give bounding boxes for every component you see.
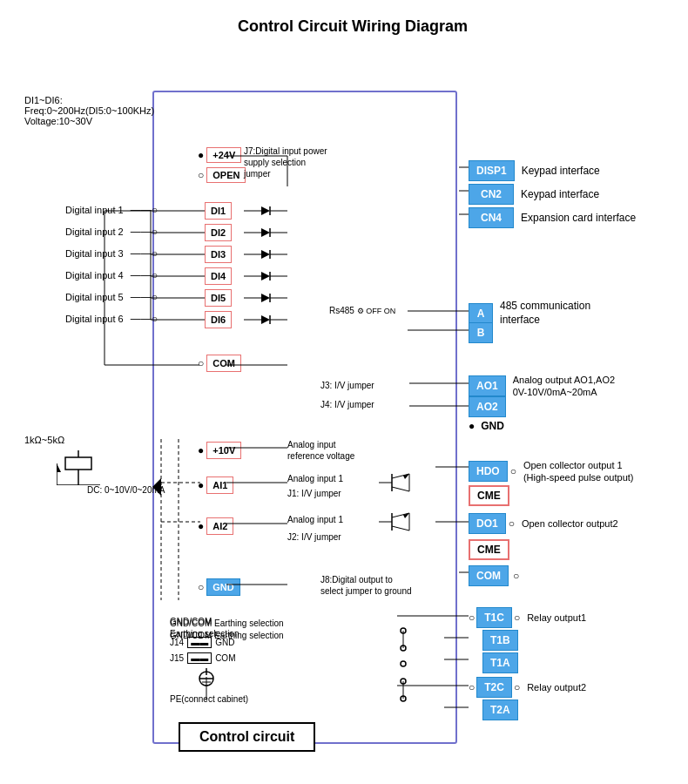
svg-marker-21 [261, 315, 270, 324]
svg-marker-39 [152, 478, 161, 496]
svg-marker-1 [261, 206, 270, 215]
svg-marker-17 [261, 294, 270, 302]
j1-label: J1: I/V jumper [287, 489, 341, 498]
gnd-terminal-bottom: ○ GND [198, 578, 240, 596]
di5-row: Digital input 5 ——○ [65, 291, 158, 303]
di5-terminal: DI5 [205, 289, 232, 307]
open-terminal: ○ OPEN [198, 167, 246, 183]
svg-marker-29 [57, 463, 61, 472]
relay1-label: Relay output1 [527, 612, 586, 623]
j14-row: J14 ▬▬ GND [170, 637, 234, 648]
j3-label: J3: I/V jumper [320, 381, 374, 390]
t1b-connector: T1B [469, 630, 518, 651]
com-terminal: ○ COM [198, 355, 241, 372]
resistor-symbol [57, 450, 100, 489]
t1a-connector: T1A [469, 652, 518, 673]
cn4-label: Expansion card interface [521, 212, 636, 224]
disp1-connector: DISP1 Keypad interface [469, 160, 600, 181]
hdo-label: Open collector output 1(High-speed pulse… [523, 459, 634, 484]
di3-row: Digital input 3 ——○ [65, 247, 158, 260]
ai1-terminal: ● AI1 [198, 476, 233, 494]
do1-connector: DO1 ○ Open collector output2 [469, 513, 618, 534]
resistance-label: 1kΩ~5kΩ [24, 435, 64, 445]
disp1-label: Keypad interface [522, 165, 600, 177]
24v-terminal: ● +24V [198, 147, 241, 163]
cme1-connector: CME [469, 485, 509, 506]
ai2-terminal: ● AI2 [198, 517, 233, 535]
di3-terminal: DI3 [205, 246, 232, 263]
svg-point-55 [401, 661, 406, 666]
di4-terminal: DI4 [205, 267, 232, 285]
page-title: Control Circuit Wiring Diagram [17, 17, 688, 36]
di4-row: Digital input 4 ——○ [65, 269, 158, 281]
control-circuit-box: Control circuit [179, 722, 315, 752]
di-range-label: DI1~DI6: Freq:0~200Hz(DI5:0~100KHz) Volt… [24, 95, 154, 126]
dashed-lines [152, 439, 200, 600]
di2-terminal: DI2 [205, 224, 232, 241]
j8-label: J8:Digital output to select jumper to gr… [320, 574, 416, 597]
svg-line-43 [392, 487, 409, 491]
analog-ref-label: Analog input reference voltage [287, 439, 366, 462]
pe-label: PE(connect cabinet) [170, 694, 248, 704]
t2a-connector: T2A [469, 700, 518, 720]
t2c-connector: ○ T2C ○ Relay output2 [469, 677, 586, 698]
ground-symbol [196, 668, 218, 693]
ao1-label: Analog output AO1,AO20V-10V/0mA~20mA [513, 374, 615, 399]
j4-label: J4: I/V jumper [320, 400, 374, 409]
ao2-connector: AO2 [469, 396, 506, 417]
j2-label: J2: I/V jumper [287, 532, 341, 542]
10v-terminal: ● +10V [198, 442, 241, 459]
relay2-label: Relay output2 [527, 682, 586, 693]
analog-input2-label: Analog input 1 [287, 515, 343, 524]
cn2-label: Keypad interface [521, 188, 599, 200]
svg-marker-13 [261, 272, 270, 280]
j7-label: J7:Digital input power supply selection … [244, 145, 331, 179]
485-b-connector: B [469, 322, 493, 343]
485-label: 485 communicationinterface [500, 300, 590, 327]
do1-label: Open collector output2 [522, 518, 618, 529]
t1c-connector: ○ T1C ○ Relay output1 [469, 607, 586, 628]
gnd-connector: ● GND [469, 419, 508, 433]
di2-row: Digital input 2 ——○ [65, 226, 158, 238]
di1-terminal: DI1 [205, 202, 232, 220]
svg-line-49 [392, 526, 409, 531]
di6-row: Digital input 6 ——○ [65, 313, 158, 325]
analog-input1-label: Analog input 1 [287, 474, 343, 483]
svg-marker-5 [261, 228, 270, 237]
diode-symbols [239, 199, 309, 335]
svg-rect-25 [65, 457, 91, 470]
cn2-connector: CN2 Keypad interface [469, 184, 599, 205]
di1-row: Digital input 1 ——○ [65, 204, 158, 216]
svg-marker-9 [261, 250, 270, 259]
di6-terminal: DI6 [205, 311, 232, 328]
rs485-label: Rs485 ⚙ OFF ON [329, 306, 395, 315]
ao1-connector: AO1 Analog output AO1,AO20V-10V/0mA~20mA [469, 374, 615, 399]
hdo-connector: HDO ○ Open collector output 1(High-speed… [469, 459, 634, 484]
cme2-connector: CME [469, 539, 509, 560]
cn4-connector: CN4 Expansion card interface [469, 207, 636, 228]
j15-row: J15 ▬▬ COM [170, 652, 235, 664]
relay-symbols [396, 622, 444, 709]
transistor-symbols [374, 470, 435, 548]
com-connector: COM ○ [469, 565, 519, 586]
